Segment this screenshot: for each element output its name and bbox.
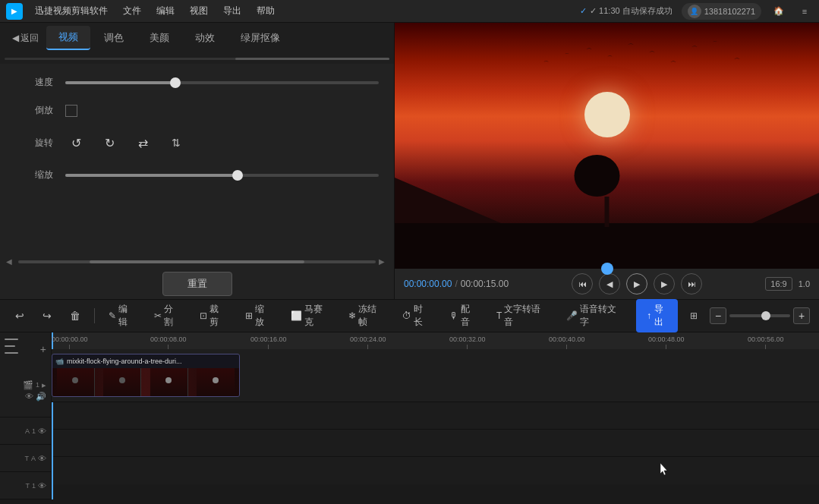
bird-7: ⌒: [670, 60, 676, 68]
tab-chroma[interactable]: 绿屏抠像: [228, 27, 292, 49]
reverse-row: 倒放: [15, 104, 379, 117]
sub-track-1-icon: A: [25, 427, 30, 435]
skip-back-button[interactable]: ⏮: [572, 273, 593, 295]
scale-label: 缩放: [15, 169, 53, 181]
sub-track-3-eye[interactable]: 👁: [38, 481, 46, 490]
redo-button[interactable]: ↪: [36, 307, 58, 325]
fullscreen-button[interactable]: ⊞: [684, 307, 704, 324]
step-forward-button[interactable]: ▶: [654, 273, 675, 295]
undo-button[interactable]: ↩: [9, 307, 30, 325]
sub-track-1: [52, 402, 819, 430]
freeze-button[interactable]: ❄ 冻结帧: [342, 300, 391, 332]
menu-view[interactable]: 视图: [184, 2, 214, 20]
export-icon: ↑: [647, 310, 651, 321]
bird-9: ⌒: [713, 40, 717, 47]
back-label: 返回: [20, 32, 39, 45]
export-button[interactable]: ↑ 导出: [636, 299, 678, 332]
split-label: 分割: [164, 303, 181, 329]
sub-track-2-sidebar: T A 👁: [0, 445, 51, 472]
username: 13818102271: [704, 7, 755, 16]
zoom-slider[interactable]: [729, 314, 790, 317]
zoom-out-button[interactable]: −: [710, 307, 726, 324]
tab-beauty[interactable]: 美颜: [137, 27, 181, 49]
panel-content: 速度 倒放 旋转 ↺ ↻ ⇄ ⇅: [0, 64, 394, 255]
sub-track-3-sidebar: T 1 👁: [0, 472, 51, 499]
fullscreen-icon: ⊞: [690, 310, 698, 321]
aspect-ratio-selector[interactable]: 16:9: [765, 277, 792, 291]
play-pause-button[interactable]: ▶: [626, 273, 647, 295]
flip-v-button[interactable]: ⇅: [165, 132, 187, 153]
scale-slider[interactable]: [65, 174, 379, 177]
home-button[interactable]: 🏠: [770, 3, 787, 20]
duration-button[interactable]: ⏱ 时长: [396, 300, 437, 332]
tab-effects[interactable]: 动效: [183, 27, 227, 49]
delete-button[interactable]: 🗑: [64, 307, 87, 325]
zoom-in-button[interactable]: +: [793, 307, 810, 324]
video-clip[interactable]: 📹 mixkit-flock-flying-around-a-tree-duri…: [52, 354, 240, 397]
menu-file[interactable]: 文件: [117, 2, 147, 20]
thumb-2: [103, 368, 141, 396]
hscroll-left-arrow[interactable]: ◀: [6, 257, 15, 266]
more-button[interactable]: ≡: [796, 3, 813, 20]
video-track-expand[interactable]: ▸: [42, 380, 46, 390]
menu-export[interactable]: 导出: [217, 2, 247, 20]
zoom-controls: − +: [710, 307, 810, 324]
user-info[interactable]: 👤 13818102271: [682, 3, 761, 20]
export-label: 导出: [654, 303, 667, 329]
zoom-button[interactable]: ⊞ 缩放: [239, 300, 279, 332]
reverse-checkbox[interactable]: [65, 105, 77, 117]
panel-scroll-top: [0, 53, 394, 64]
time-separator: /: [455, 279, 457, 289]
skip-forward-button[interactable]: ⏭: [681, 273, 702, 295]
rotate-ccw-button[interactable]: ↺: [65, 132, 87, 153]
speech-to-text-button[interactable]: T 文字转语音: [490, 300, 554, 332]
tab-color[interactable]: 调色: [92, 27, 136, 49]
flip-h-button[interactable]: ⇄: [132, 132, 153, 153]
mask-icon: ⬜: [291, 310, 302, 321]
ruler-label-7: 00:00:56.00: [748, 335, 784, 343]
edit-button[interactable]: ✎ 编辑: [102, 300, 142, 332]
right-controls: 16:9 1.0: [765, 277, 810, 291]
track-area: 📹 mixkit-flock-flying-around-a-tree-duri…: [52, 349, 819, 499]
back-button[interactable]: ◀ 返回: [6, 29, 45, 48]
tree: [594, 162, 619, 227]
menu-bar: ▶ 迅捷视频剪辑软件 文件 编辑 视图 导出 帮助 ✓ ✓ 11:30 自动保存…: [0, 0, 819, 23]
crop-button[interactable]: ⊡ 裁剪: [194, 300, 233, 332]
zoom-slider-thumb: [761, 311, 770, 320]
speech-to-text-icon: T: [496, 310, 502, 321]
speed-label: 速度: [15, 76, 53, 89]
sub-track-1-eye[interactable]: 👁: [38, 427, 46, 436]
menu-help[interactable]: 帮助: [250, 2, 281, 20]
undo-icon: ↩: [15, 310, 24, 322]
tab-video[interactable]: 视频: [46, 26, 90, 50]
sub-track-2-eye[interactable]: 👁: [38, 454, 46, 463]
reverse-label: 倒放: [15, 104, 53, 117]
reset-button[interactable]: 重置: [162, 272, 232, 296]
add-track-icon[interactable]: +: [40, 343, 46, 355]
mask-button[interactable]: ⬜ 马赛克: [285, 300, 336, 332]
video-track-eye-icon[interactable]: 👁: [25, 392, 33, 401]
menu-edit[interactable]: 编辑: [150, 2, 181, 20]
sub-track-2-num: A: [31, 455, 36, 462]
step-back-button[interactable]: ◀: [599, 273, 620, 295]
sub-track-3-icons: T 1 👁: [25, 481, 46, 490]
ruler-label-6: 00:00:48.00: [648, 335, 685, 343]
speed-slider[interactable]: [65, 81, 379, 84]
timeline-menu-button[interactable]: [5, 339, 26, 354]
edit-label: 编辑: [118, 303, 136, 329]
panel-hscroll: ◀ ▶: [0, 255, 394, 269]
save-status-text: ✓ 11:30 自动保存成功: [590, 5, 673, 17]
split-button[interactable]: ✂ 分割: [148, 300, 187, 332]
voiceover-button[interactable]: 🎙 配音: [443, 300, 484, 332]
timeline-sidebar: + 🎬 1 ▸ 👁 🔊 A 1 👁 T A: [0, 332, 52, 499]
delete-icon: 🗑: [70, 310, 80, 322]
save-status: ✓ ✓ 11:30 自动保存成功: [580, 5, 673, 17]
voice-recog-button[interactable]: 🎤 语音转文字: [560, 300, 630, 332]
rotate-cw-button[interactable]: ↻: [99, 132, 120, 153]
video-track-audio-icon[interactable]: 🔊: [36, 392, 46, 402]
hscroll-right-arrow[interactable]: ▶: [379, 257, 388, 266]
speech-to-text-label: 文字转语音: [504, 303, 548, 329]
voice-recog-label: 语音转文字: [580, 303, 624, 329]
ruler-label-4: 00:00:32.00: [449, 335, 486, 343]
toolbar-right: ↑ 导出 ⊞ − +: [636, 299, 810, 332]
